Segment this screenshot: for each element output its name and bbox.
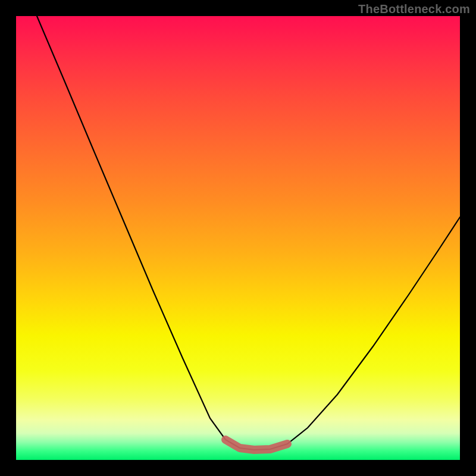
plot-area (16, 16, 460, 460)
chart-canvas: TheBottleneck.com (0, 0, 476, 476)
trough-highlight (226, 440, 287, 450)
curve-svg (16, 16, 460, 460)
bottleneck-curve (37, 16, 460, 450)
watermark-text: TheBottleneck.com (358, 2, 470, 16)
